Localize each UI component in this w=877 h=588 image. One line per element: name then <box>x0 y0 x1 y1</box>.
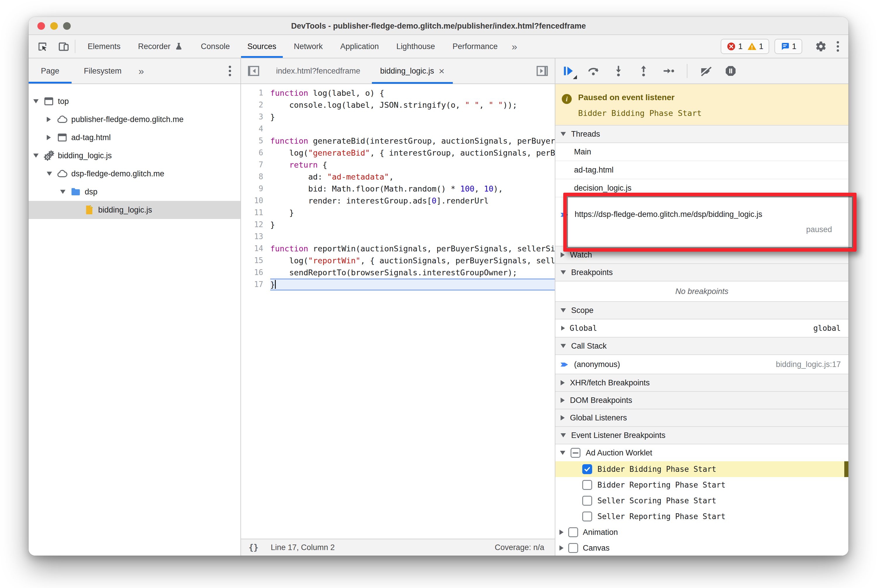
event-breakpoint-seller-reporting-phase-start[interactable]: Seller Reporting Phase Start <box>555 508 848 524</box>
tree-item-ad-tag-html[interactable]: ad-tag.html <box>29 129 241 147</box>
resume-script-button[interactable] <box>561 64 575 78</box>
line-number[interactable]: 11 <box>241 207 270 219</box>
ad-auction-worklet-checkbox[interactable] <box>570 448 581 458</box>
collapse-icon[interactable] <box>33 154 39 158</box>
event-breakpoint-bidder-reporting-phase-start[interactable]: Bidder Reporting Phase Start <box>555 477 848 493</box>
pretty-print-button[interactable]: {} <box>248 543 259 552</box>
expand-icon[interactable] <box>47 135 51 140</box>
line-number[interactable]: 5 <box>241 135 270 147</box>
event-breakpoint-seller-scoring-phase-start[interactable]: Seller Scoring Phase Start <box>555 493 848 508</box>
tree-item-bidding-logic-js[interactable]: bidding_logic.js <box>29 201 241 219</box>
errors-warnings-badge[interactable]: 1 1 <box>721 39 769 54</box>
show-debugger-icon[interactable] <box>530 58 555 84</box>
line-number[interactable]: 16 <box>241 267 270 279</box>
more-tabs-chevron-icon[interactable]: » <box>507 35 523 58</box>
tab-recorder[interactable]: Recorder <box>129 35 192 58</box>
step-over-button[interactable] <box>586 64 600 78</box>
event-category-animation[interactable]: Animation <box>555 524 848 540</box>
line-number[interactable]: 14 <box>241 243 270 255</box>
ad-auction-worklet-group[interactable]: Ad Auction Worklet <box>555 444 848 461</box>
tab-console[interactable]: Console <box>192 35 239 58</box>
call-stack-frame[interactable]: (anonymous) bidding_logic.js:17 <box>555 355 848 374</box>
checkbox[interactable] <box>582 512 592 521</box>
checkbox[interactable] <box>582 496 592 506</box>
settings-gear-icon[interactable] <box>813 39 829 54</box>
line-number[interactable]: 10 <box>241 195 270 207</box>
collapse-icon[interactable] <box>33 99 39 104</box>
device-toolbar-icon[interactable] <box>56 39 71 54</box>
line-number[interactable]: 8 <box>241 171 270 183</box>
line-number[interactable]: 1 <box>241 87 270 99</box>
tab-filesystem[interactable]: Filesystem <box>72 58 134 84</box>
tab-elements[interactable]: Elements <box>79 35 129 58</box>
event-category-canvas[interactable]: Canvas <box>555 540 848 556</box>
checkbox[interactable] <box>582 480 592 490</box>
line-number[interactable]: 13 <box>241 231 270 243</box>
inspect-element-icon[interactable] <box>35 39 50 54</box>
dom-breakpoints-section-header[interactable]: DOM Breakpoints <box>555 391 848 410</box>
window-titlebar[interactable]: DevTools - publisher-fledge-demo.glitch.… <box>29 17 848 35</box>
line-number[interactable]: 15 <box>241 255 270 267</box>
collapse-icon[interactable] <box>47 172 52 176</box>
tab-performance[interactable]: Performance <box>444 35 507 58</box>
pause-on-exceptions-button[interactable] <box>724 64 738 78</box>
close-tab-icon[interactable]: × <box>439 66 445 76</box>
code-line-7: 7 return { <box>241 159 555 171</box>
step-button[interactable] <box>662 64 676 78</box>
tree-item-publisher-fledge-demo-glitch-me[interactable]: publisher-fledge-demo.glitch.me <box>29 110 241 129</box>
tab-network[interactable]: Network <box>285 35 332 58</box>
scope-global-row[interactable]: Global global <box>555 320 848 338</box>
devtools-menu-kebab-icon[interactable] <box>834 41 842 52</box>
thread-decision-logic[interactable]: decision_logic.js <box>555 179 848 197</box>
more-navigator-tabs-chevron-icon[interactable]: » <box>134 58 149 84</box>
tree-item-top[interactable]: top <box>29 92 241 110</box>
call-stack-section-header[interactable]: Call Stack <box>555 337 848 355</box>
thread-main[interactable]: Main <box>555 143 848 161</box>
checkbox[interactable] <box>568 527 578 537</box>
checkbox[interactable] <box>568 543 578 553</box>
line-number[interactable]: 3 <box>241 111 270 123</box>
step-into-button[interactable] <box>611 64 626 78</box>
tab-lighthouse[interactable]: Lighthouse <box>388 35 444 58</box>
tab-sources[interactable]: Sources <box>239 35 285 58</box>
thread-ad-tag[interactable]: ad-tag.html <box>555 161 848 179</box>
line-number[interactable]: 7 <box>241 159 270 171</box>
line-number[interactable]: 9 <box>241 183 270 195</box>
line-number[interactable]: 12 <box>241 219 270 231</box>
xhr-breakpoints-section-header[interactable]: XHR/fetch Breakpoints <box>555 374 848 392</box>
scope-section-header[interactable]: Scope <box>555 301 848 320</box>
global-listeners-section-header[interactable]: Global Listeners <box>555 409 848 427</box>
tree-item-dsp-fledge-demo-glitch-me[interactable]: dsp-fledge-demo.glitch.me <box>29 165 241 183</box>
thread-bidding-logic-paused[interactable]: https://dsp-fledge-demo.glitch.me/dsp/bi… <box>555 197 848 246</box>
checkbox-checked[interactable] <box>582 464 592 474</box>
tree-item-bidding-logic-js[interactable]: bidding_logic.js <box>29 147 241 165</box>
event-listener-breakpoints-section-header[interactable]: Event Listener Breakpoints <box>555 426 848 444</box>
expand-icon[interactable] <box>560 530 564 535</box>
tab-page[interactable]: Page <box>29 58 72 84</box>
expand-icon[interactable] <box>47 117 51 122</box>
watch-section-header[interactable]: Watch <box>555 246 848 264</box>
warning-badge[interactable]: 1 <box>747 42 763 51</box>
line-number[interactable]: 4 <box>241 123 270 135</box>
tab-application[interactable]: Application <box>332 35 388 58</box>
editor-tab-bidding-logic[interactable]: bidding_logic.js × <box>370 58 454 84</box>
breakpoints-section-header[interactable]: Breakpoints <box>555 263 848 282</box>
expand-icon[interactable] <box>560 545 564 550</box>
deactivate-breakpoints-button[interactable] <box>698 64 713 78</box>
navigator-menu-kebab-icon[interactable] <box>226 66 234 76</box>
event-breakpoint-bidder-bidding-phase-start[interactable]: Bidder Bidding Phase Start <box>555 461 848 477</box>
line-number[interactable]: 6 <box>241 147 270 159</box>
error-badge[interactable]: 1 <box>727 42 743 51</box>
threads-section-header[interactable]: Threads <box>555 125 848 143</box>
editor-tab-index[interactable]: index.html?fencedframe <box>266 58 370 84</box>
line-number[interactable]: 17 <box>241 279 270 291</box>
code-line-5: 5function generateBid(interestGroup, auc… <box>241 135 555 147</box>
tree-item-dsp[interactable]: dsp <box>29 183 241 201</box>
issues-badge[interactable]: 1 <box>775 39 802 54</box>
hide-navigator-icon[interactable] <box>241 58 266 84</box>
code-editor[interactable]: 1function log(label, o) {2 console.log(l… <box>241 84 555 538</box>
step-out-button[interactable] <box>636 64 651 78</box>
code-text: } <box>270 219 555 231</box>
line-number[interactable]: 2 <box>241 99 270 111</box>
collapse-icon[interactable] <box>60 190 65 194</box>
